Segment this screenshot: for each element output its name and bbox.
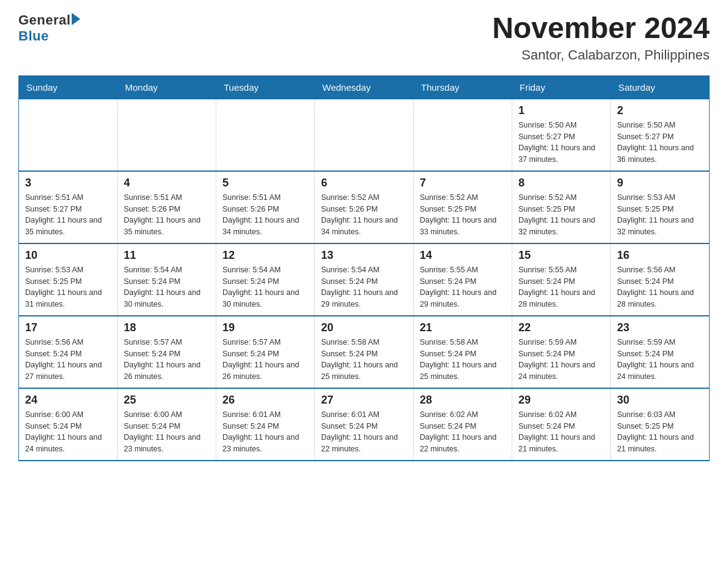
day-number: 14 [420,249,506,262]
day-info: Sunrise: 5:50 AMSunset: 5:27 PMDaylight:… [518,120,604,166]
day-number: 22 [518,321,604,334]
calendar-day-cell: 20Sunrise: 5:58 AMSunset: 5:24 PMDayligh… [315,316,414,388]
day-info: Sunrise: 5:51 AMSunset: 5:27 PMDaylight:… [25,192,111,238]
day-info: Sunrise: 5:54 AMSunset: 5:24 PMDaylight:… [124,264,210,310]
day-info: Sunrise: 5:52 AMSunset: 5:26 PMDaylight:… [321,192,407,238]
calendar-day-cell: 29Sunrise: 6:02 AMSunset: 5:24 PMDayligh… [512,388,611,461]
day-number: 1 [518,104,604,117]
day-number: 11 [124,249,210,262]
calendar-day-cell: 5Sunrise: 5:51 AMSunset: 5:26 PMDaylight… [216,171,315,243]
header-saturday: Saturday [611,75,710,99]
logo-arrow-icon [72,13,80,25]
calendar-day-cell: 26Sunrise: 6:01 AMSunset: 5:24 PMDayligh… [216,388,315,461]
calendar-title: November 2024 [492,12,710,45]
header-monday: Monday [118,75,216,99]
calendar-day-cell: 6Sunrise: 5:52 AMSunset: 5:26 PMDaylight… [315,171,414,243]
calendar-day-cell: 21Sunrise: 5:58 AMSunset: 5:24 PMDayligh… [414,316,512,388]
calendar-day-cell: 22Sunrise: 5:59 AMSunset: 5:24 PMDayligh… [512,316,611,388]
day-info: Sunrise: 5:51 AMSunset: 5:26 PMDaylight:… [124,192,210,238]
day-info: Sunrise: 5:57 AMSunset: 5:24 PMDaylight:… [222,337,308,383]
header-tuesday: Tuesday [216,75,315,99]
page-header: General Blue November 2024 Santor, Calab… [18,12,710,63]
calendar-day-cell: 30Sunrise: 6:03 AMSunset: 5:25 PMDayligh… [611,388,710,461]
day-info: Sunrise: 6:00 AMSunset: 5:24 PMDaylight:… [124,409,210,455]
day-info: Sunrise: 6:02 AMSunset: 5:24 PMDaylight:… [420,409,506,455]
day-number: 28 [420,394,506,407]
day-info: Sunrise: 5:57 AMSunset: 5:24 PMDaylight:… [124,337,210,383]
calendar-day-cell: 7Sunrise: 5:52 AMSunset: 5:25 PMDaylight… [414,171,512,243]
day-number: 5 [222,177,308,190]
day-number: 29 [518,394,604,407]
calendar-week-row: 17Sunrise: 5:56 AMSunset: 5:24 PMDayligh… [19,316,710,388]
calendar-day-cell: 14Sunrise: 5:55 AMSunset: 5:24 PMDayligh… [414,243,512,316]
day-info: Sunrise: 5:55 AMSunset: 5:24 PMDaylight:… [518,264,604,310]
day-number: 19 [222,321,308,334]
calendar-day-cell: 24Sunrise: 6:00 AMSunset: 5:24 PMDayligh… [19,388,118,461]
day-number: 8 [518,177,604,190]
day-number: 4 [124,177,210,190]
day-info: Sunrise: 5:58 AMSunset: 5:24 PMDaylight:… [321,337,407,383]
calendar-day-cell: 9Sunrise: 5:53 AMSunset: 5:25 PMDaylight… [611,171,710,243]
header-sunday: Sunday [19,75,118,99]
day-info: Sunrise: 5:58 AMSunset: 5:24 PMDaylight:… [420,337,506,383]
header-wednesday: Wednesday [315,75,414,99]
day-number: 15 [518,249,604,262]
day-info: Sunrise: 5:59 AMSunset: 5:24 PMDaylight:… [617,337,703,383]
day-number: 10 [25,249,111,262]
calendar-day-cell [315,99,414,171]
calendar-day-cell: 8Sunrise: 5:52 AMSunset: 5:25 PMDaylight… [512,171,611,243]
calendar-day-cell: 13Sunrise: 5:54 AMSunset: 5:24 PMDayligh… [315,243,414,316]
calendar-day-cell: 4Sunrise: 5:51 AMSunset: 5:26 PMDaylight… [118,171,216,243]
day-number: 26 [222,394,308,407]
calendar-table: Sunday Monday Tuesday Wednesday Thursday… [18,75,710,461]
day-info: Sunrise: 5:55 AMSunset: 5:24 PMDaylight:… [420,264,506,310]
day-number: 20 [321,321,407,334]
header-friday: Friday [512,75,611,99]
day-info: Sunrise: 6:02 AMSunset: 5:24 PMDaylight:… [518,409,604,455]
day-number: 21 [420,321,506,334]
calendar-day-cell: 27Sunrise: 6:01 AMSunset: 5:24 PMDayligh… [315,388,414,461]
day-number: 23 [617,321,703,334]
day-number: 17 [25,321,111,334]
day-number: 13 [321,249,407,262]
day-number: 18 [124,321,210,334]
day-info: Sunrise: 6:00 AMSunset: 5:24 PMDaylight:… [25,409,111,455]
day-number: 6 [321,177,407,190]
day-info: Sunrise: 5:52 AMSunset: 5:25 PMDaylight:… [420,192,506,238]
calendar-day-cell: 19Sunrise: 5:57 AMSunset: 5:24 PMDayligh… [216,316,315,388]
header-thursday: Thursday [414,75,512,99]
calendar-day-cell: 18Sunrise: 5:57 AMSunset: 5:24 PMDayligh… [118,316,216,388]
calendar-day-cell [216,99,315,171]
day-number: 3 [25,177,111,190]
day-info: Sunrise: 5:53 AMSunset: 5:25 PMDaylight:… [617,192,703,238]
calendar-day-cell: 15Sunrise: 5:55 AMSunset: 5:24 PMDayligh… [512,243,611,316]
day-info: Sunrise: 6:01 AMSunset: 5:24 PMDaylight:… [321,409,407,455]
calendar-week-row: 1Sunrise: 5:50 AMSunset: 5:27 PMDaylight… [19,99,710,171]
day-number: 27 [321,394,407,407]
calendar-day-cell [414,99,512,171]
weekday-header-row: Sunday Monday Tuesday Wednesday Thursday… [19,75,710,99]
calendar-day-cell: 2Sunrise: 5:50 AMSunset: 5:27 PMDaylight… [611,99,710,171]
calendar-day-cell: 1Sunrise: 5:50 AMSunset: 5:27 PMDaylight… [512,99,611,171]
calendar-day-cell: 12Sunrise: 5:54 AMSunset: 5:24 PMDayligh… [216,243,315,316]
logo-general-text: General [18,12,70,28]
day-number: 9 [617,177,703,190]
day-info: Sunrise: 5:54 AMSunset: 5:24 PMDaylight:… [321,264,407,310]
day-info: Sunrise: 6:03 AMSunset: 5:25 PMDaylight:… [617,409,703,455]
calendar-day-cell: 28Sunrise: 6:02 AMSunset: 5:24 PMDayligh… [414,388,512,461]
day-number: 2 [617,104,703,117]
day-info: Sunrise: 6:01 AMSunset: 5:24 PMDaylight:… [222,409,308,455]
calendar-week-row: 3Sunrise: 5:51 AMSunset: 5:27 PMDaylight… [19,171,710,243]
calendar-day-cell: 11Sunrise: 5:54 AMSunset: 5:24 PMDayligh… [118,243,216,316]
day-info: Sunrise: 5:56 AMSunset: 5:24 PMDaylight:… [617,264,703,310]
day-info: Sunrise: 5:53 AMSunset: 5:25 PMDaylight:… [25,264,111,310]
calendar-day-cell: 17Sunrise: 5:56 AMSunset: 5:24 PMDayligh… [19,316,118,388]
day-number: 25 [124,394,210,407]
day-info: Sunrise: 5:56 AMSunset: 5:24 PMDaylight:… [25,337,111,383]
calendar-day-cell [19,99,118,171]
logo-blue-text: Blue [18,28,49,44]
day-number: 24 [25,394,111,407]
calendar-week-row: 10Sunrise: 5:53 AMSunset: 5:25 PMDayligh… [19,243,710,316]
calendar-week-row: 24Sunrise: 6:00 AMSunset: 5:24 PMDayligh… [19,388,710,461]
calendar-day-cell: 10Sunrise: 5:53 AMSunset: 5:25 PMDayligh… [19,243,118,316]
